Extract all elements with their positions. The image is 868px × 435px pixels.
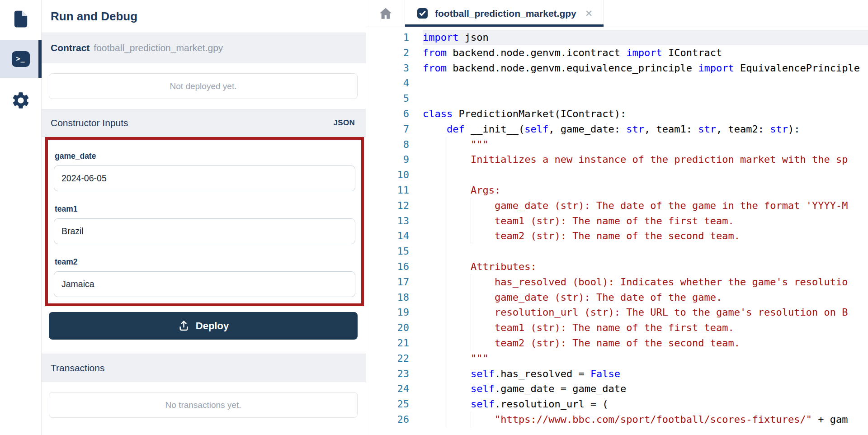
line-number: 3 bbox=[366, 61, 409, 76]
contract-header: Contract football_prediction_market.gpy bbox=[42, 33, 366, 63]
deploy-button[interactable]: Deploy bbox=[49, 312, 358, 340]
deployment-status-text: Not deployed yet. bbox=[170, 81, 237, 91]
line-number: 12 bbox=[366, 198, 409, 213]
app-window: >_ Run and Debug Contract football_predi… bbox=[0, 0, 868, 435]
field-label-game-date: game_date bbox=[55, 151, 355, 161]
code-line: 10 bbox=[366, 167, 868, 183]
tab-football-prediction-market[interactable]: football_prediction_market.gpy ✕ bbox=[405, 0, 604, 27]
transactions-header: Transactions bbox=[42, 354, 366, 382]
field-label-team2: team2 bbox=[55, 257, 355, 267]
line-number: 14 bbox=[366, 228, 409, 244]
code-line: 12 game_date (str): The date of the game… bbox=[366, 198, 868, 213]
line-number: 24 bbox=[366, 381, 409, 397]
code-line: 15 bbox=[366, 244, 868, 259]
line-number: 1 bbox=[366, 30, 409, 45]
sidebar-item-files[interactable] bbox=[0, 0, 41, 38]
line-number: 21 bbox=[366, 336, 409, 351]
activity-bar: >_ bbox=[0, 0, 42, 435]
line-number: 8 bbox=[366, 137, 409, 152]
code-line: 13 team1 (str): The name of the first te… bbox=[366, 213, 868, 229]
transactions-title: Transactions bbox=[51, 363, 104, 374]
team1-field[interactable] bbox=[54, 218, 355, 244]
line-number: 17 bbox=[366, 274, 409, 290]
contract-filename: football_prediction_market.gpy bbox=[94, 43, 223, 53]
code-line: 11 Args: bbox=[366, 183, 868, 198]
constructor-inputs-header: Constructor Inputs JSON bbox=[42, 109, 366, 137]
file-icon bbox=[11, 9, 30, 29]
field-label-team1: team1 bbox=[55, 204, 355, 214]
line-number: 11 bbox=[366, 183, 409, 198]
run-debug-panel: Run and Debug Contract football_predicti… bbox=[42, 0, 366, 435]
code-line: 23 self.has_resolved = False bbox=[366, 366, 868, 382]
line-number: 23 bbox=[366, 366, 409, 382]
line-number: 6 bbox=[366, 106, 409, 122]
code-line: 5 bbox=[366, 91, 868, 106]
deployment-status-box: Not deployed yet. bbox=[49, 73, 358, 99]
line-number: 16 bbox=[366, 259, 409, 274]
line-number: 10 bbox=[366, 167, 409, 183]
deploy-button-label: Deploy bbox=[196, 320, 229, 332]
code-line: 14 team2 (str): The name of the second t… bbox=[366, 228, 868, 244]
game-date-field[interactable] bbox=[54, 165, 355, 191]
home-icon bbox=[378, 6, 393, 21]
code-line: 24 self.game_date = game_date bbox=[366, 381, 868, 397]
code-line: 9 Initializes a new instance of the pred… bbox=[366, 152, 868, 167]
constructor-inputs-title: Constructor Inputs bbox=[51, 118, 128, 128]
code-line: 8 """ bbox=[366, 137, 868, 152]
code-line: 6class PredictionMarket(IContract): bbox=[366, 106, 868, 122]
code-area[interactable]: 1import json2from backend.node.genvm.ico… bbox=[366, 27, 868, 435]
line-number: 5 bbox=[366, 91, 409, 106]
line-number: 19 bbox=[366, 305, 409, 320]
gear-icon bbox=[11, 90, 31, 110]
json-toggle[interactable]: JSON bbox=[334, 118, 355, 128]
code-line: 21 team2 (str): The name of the second t… bbox=[366, 336, 868, 351]
line-number: 20 bbox=[366, 320, 409, 336]
code-line: 4 bbox=[366, 76, 868, 91]
code-line: 22 """ bbox=[366, 351, 868, 366]
contract-label: Contract bbox=[51, 43, 90, 53]
code-line: 20 team1 (str): The name of the first te… bbox=[366, 320, 868, 336]
terminal-icon: >_ bbox=[12, 51, 30, 67]
upload-icon bbox=[178, 320, 190, 332]
line-number: 13 bbox=[366, 213, 409, 229]
code-line: 16 Attributes: bbox=[366, 259, 868, 274]
constructor-inputs-highlight: game_date team1 team2 bbox=[45, 137, 364, 306]
line-number: 2 bbox=[366, 45, 409, 61]
line-number: 7 bbox=[366, 122, 409, 137]
code-line: 17 has_resolved (bool): Indicates whethe… bbox=[366, 274, 868, 290]
home-button[interactable] bbox=[366, 0, 405, 27]
line-number: 18 bbox=[366, 290, 409, 305]
transactions-empty-text: No transactions yet. bbox=[165, 400, 241, 410]
code-line: 25 self.resolution_url = ( bbox=[366, 397, 868, 412]
page-title: Run and Debug bbox=[42, 0, 366, 33]
transactions-empty-box: No transactions yet. bbox=[49, 392, 358, 418]
line-number: 22 bbox=[366, 351, 409, 366]
code-editor: football_prediction_market.gpy ✕ 1import… bbox=[366, 0, 868, 435]
line-number: 4 bbox=[366, 76, 409, 91]
close-icon[interactable]: ✕ bbox=[585, 8, 593, 19]
code-line: 19 resolution_url (str): The URL to the … bbox=[366, 305, 868, 320]
file-check-icon bbox=[416, 7, 429, 20]
line-number: 26 bbox=[366, 412, 409, 427]
code-line: 2from backend.node.genvm.icontract impor… bbox=[366, 45, 868, 61]
tab-bar: football_prediction_market.gpy ✕ bbox=[366, 0, 868, 27]
code-line: 1import json bbox=[366, 30, 868, 45]
line-number: 25 bbox=[366, 397, 409, 412]
sidebar-item-run-debug[interactable]: >_ bbox=[0, 40, 41, 78]
line-number: 15 bbox=[366, 244, 409, 259]
line-number: 9 bbox=[366, 152, 409, 167]
team2-field[interactable] bbox=[54, 271, 355, 297]
sidebar-item-settings[interactable] bbox=[0, 81, 41, 119]
code-line: 18 game_date (str): The date of the game… bbox=[366, 290, 868, 305]
code-line: 7 def __init__(self, game_date: str, tea… bbox=[366, 122, 868, 137]
tab-label: football_prediction_market.gpy bbox=[435, 8, 576, 19]
code-lines: 1import json2from backend.node.genvm.ico… bbox=[366, 30, 868, 427]
code-line: 26 "https://www.bbc.com/sport/football/s… bbox=[366, 412, 868, 427]
code-line: 3from backend.node.genvm.equivalence_pri… bbox=[366, 61, 868, 76]
